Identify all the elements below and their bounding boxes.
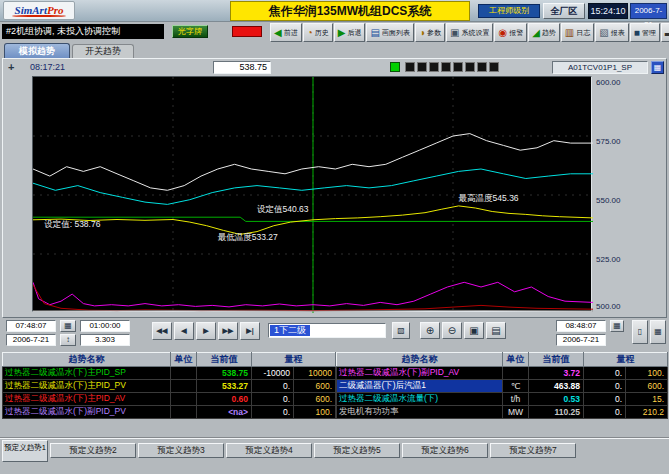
pen-slot[interactable] — [405, 62, 415, 72]
history-icon: ◔ — [307, 28, 313, 38]
trend-name: 二级减温器(下)后汽温1 — [337, 380, 503, 393]
start-time-field[interactable]: 07:48:07 — [6, 320, 56, 332]
pen-slot[interactable] — [477, 62, 487, 72]
start-calendar-button[interactable]: ▦ — [60, 320, 76, 332]
bottom-tab-preset-6[interactable]: 预定义趋势6 — [402, 443, 488, 458]
toolbar-label: 参数 — [427, 29, 441, 37]
speed-field[interactable]: 3.303 — [80, 334, 130, 346]
main-toolbar: ◀ 前进 ◔ 历史 ▶ 后退 ▤ 画面列表 ◑ 参数 ▣ 系统设置 ◉ 报警 ◢… — [270, 23, 668, 42]
spin-button[interactable]: ↕ — [60, 334, 76, 346]
screen-list-icon: ▤ — [370, 28, 379, 38]
trend-name: 过热器二级减温水(下)主PID_SP — [3, 367, 171, 380]
screen-list-button[interactable]: ▤ 画面列表 — [366, 23, 413, 42]
bottom-tab-preset-7[interactable]: 预定义趋势7 — [490, 443, 576, 458]
trend-row-selected[interactable]: 二级减温器(下)后汽温1 ℃ 463.88 0. 600. — [337, 380, 668, 393]
table-header-row: 趋势名称 单位 当前值 量程 — [3, 353, 336, 367]
trend-row[interactable]: 发电机有功功率 MW 110.25 0. 210.2 — [337, 406, 668, 419]
bottom-tab-preset-4[interactable]: 预定义趋势4 — [226, 443, 312, 458]
trend-group-field[interactable]: 1下二级 — [268, 323, 386, 338]
interval-field[interactable]: 01:00:00 — [80, 320, 130, 332]
save-icon: ▣ — [469, 325, 478, 336]
fast-forward-button[interactable]: ▶▶ — [218, 322, 238, 340]
trend-plot-area[interactable]: 设定值540.63设定值: 538.76最低温度533.27最高温度545.36 — [32, 76, 592, 312]
step-back-button[interactable]: ◀ — [174, 322, 194, 340]
trend-row[interactable]: 过热器二级减温水(下)副PID_AV 3.72 0. 100. — [337, 367, 668, 380]
selected-tag-box[interactable]: A01TCV01P1_SP — [552, 61, 648, 74]
calendar-icon: ▦ — [613, 321, 621, 330]
pen-slot[interactable] — [417, 62, 427, 72]
col-header-unit: 单位 — [171, 353, 197, 367]
bottom-tab-preset-3[interactable]: 预定义趋势3 — [138, 443, 224, 458]
trend-row[interactable]: 过热器二级减温水(下)主PID_SP 538.75 -10000 10000 — [3, 367, 336, 380]
end-date-field[interactable]: 2006-7-21 — [556, 334, 606, 346]
rewind-button[interactable]: ◀◀ — [152, 322, 172, 340]
report-button[interactable]: ▧ 报表 — [595, 23, 628, 42]
trend-button[interactable]: ◢ 趋势 — [528, 23, 560, 42]
crosshair-icon[interactable]: + — [8, 61, 14, 73]
bottom-tab-preset-5[interactable]: 预定义趋势5 — [314, 443, 400, 458]
start-date-field[interactable]: 2006-7-21 — [6, 334, 56, 346]
tab-switch-trend[interactable]: 开关趋势 — [72, 44, 134, 58]
col-header-name: 趋势名称 — [3, 353, 171, 367]
bottom-divider — [0, 437, 669, 439]
print-trend-button[interactable]: ▤ — [486, 322, 506, 339]
area-selector-button[interactable]: 全厂区 — [543, 3, 585, 19]
bottom-tab-preset-1[interactable]: 预定义趋势1 — [2, 440, 48, 462]
trend-row[interactable]: 过热器二级减温水(下)主PID_AV 0.60 0. 600. — [3, 393, 336, 406]
trend-name: 过热器二级减温水(下)主PID_AV — [3, 393, 171, 406]
forward-button[interactable]: ◀ 前进 — [270, 23, 302, 42]
save-trend-button[interactable]: ▣ — [464, 322, 484, 339]
manage-button[interactable]: ■ 管理 — [630, 23, 660, 42]
trend-name: 过热器二级减温水(下)副PID_PV — [3, 406, 171, 419]
trend-range-min: 0. — [584, 406, 626, 419]
trend-value: 3.72 — [529, 367, 584, 380]
col-header-range: 量程 — [252, 353, 336, 367]
col-header-name: 趋势名称 — [337, 353, 503, 367]
pen-slot[interactable] — [453, 62, 463, 72]
alarm-indicator[interactable] — [232, 26, 262, 37]
export-button[interactable]: ▦ — [650, 320, 666, 344]
trend-range-max: 600. — [294, 380, 336, 393]
new-trend-button[interactable]: ▯ — [632, 320, 648, 344]
active-pen-lamp[interactable] — [390, 62, 400, 72]
trend-name: 发电机有功功率 — [337, 406, 503, 419]
parameters-button[interactable]: ◑ 参数 — [415, 23, 445, 42]
user-role-badge: 工程师级别 — [478, 4, 540, 18]
trend-row[interactable]: 过热器二级减温水流量(下) t/h 0.53 0. 15. — [337, 393, 668, 406]
zoom-out-icon: ⊖ — [448, 325, 456, 336]
spin-icon: ↕ — [66, 335, 70, 344]
print-button[interactable]: ▬ 打印 — [661, 23, 669, 42]
tag-browse-button[interactable]: ▦ — [651, 61, 664, 74]
trend-row[interactable]: 过热器二级减温水(下)副PID_PV <na> 0. 100. — [3, 406, 336, 419]
end-time-field[interactable]: 08:48:07 — [556, 320, 606, 332]
alarm-icon: ◉ — [498, 28, 507, 38]
jump-to-end-button[interactable]: ▶| — [240, 322, 260, 340]
trend-range-min: -10000 — [252, 367, 294, 380]
alarm-button[interactable]: ◉ 报警 — [494, 23, 527, 42]
history-button[interactable]: ◔ 历史 — [303, 23, 333, 42]
bottom-tab-preset-2[interactable]: 预定义趋势2 — [50, 443, 136, 458]
lightboard-button[interactable]: 光字牌 — [172, 25, 208, 38]
pen-slot[interactable] — [429, 62, 439, 72]
end-calendar-button[interactable]: ▦ — [610, 320, 624, 332]
trend-unit — [171, 367, 197, 380]
toolbar-label: 报表 — [611, 29, 625, 37]
calendar-icon: ▦ — [64, 321, 72, 330]
log-icon: ▥ — [565, 28, 574, 38]
tab-analog-trend[interactable]: 模拟趋势 — [4, 43, 70, 58]
snapshot-button[interactable]: ▧ — [392, 322, 410, 339]
zoom-in-button[interactable]: ⊕ — [420, 322, 440, 339]
zoom-out-button[interactable]: ⊖ — [442, 322, 462, 339]
pen-slot[interactable] — [489, 62, 499, 72]
cursor-value-box: 538.75 — [213, 61, 271, 74]
system-title: 焦作华润135MW机组DCS系统 — [230, 1, 470, 21]
zoom-in-icon: ⊕ — [426, 325, 434, 336]
back-button[interactable]: ▶ 后退 — [334, 23, 366, 42]
log-button[interactable]: ▥ 日志 — [561, 23, 594, 42]
system-settings-button[interactable]: ▣ 系统设置 — [446, 23, 493, 42]
pen-slot[interactable] — [465, 62, 475, 72]
step-forward-button[interactable]: ▶ — [196, 322, 216, 340]
pen-slot[interactable] — [441, 62, 451, 72]
trend-row[interactable]: 过热器二级减温水(下)主PID_PV 533.27 0. 600. — [3, 380, 336, 393]
trend-unit: ℃ — [503, 380, 529, 393]
